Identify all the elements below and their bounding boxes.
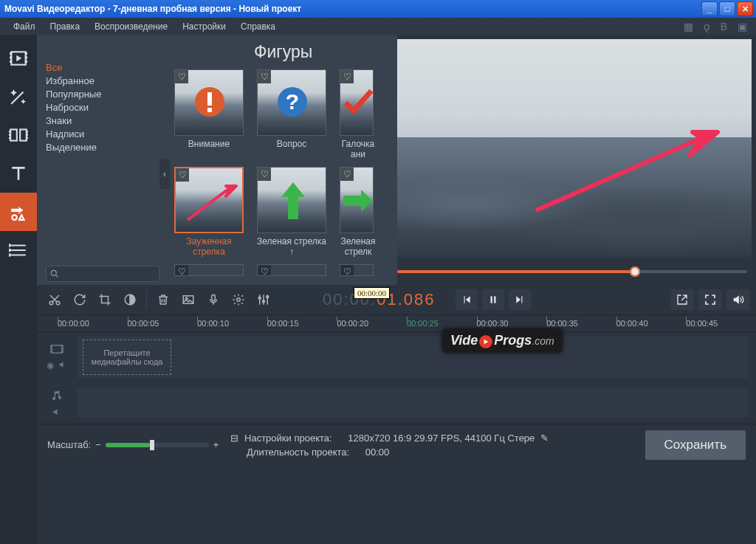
- shape-card-tapered-arrow[interactable]: ♡ Зауженная стрелка: [174, 167, 244, 258]
- shape-card-partial[interactable]: ♡: [174, 264, 244, 276]
- category-all[interactable]: Все: [46, 61, 159, 75]
- zoom-handle[interactable]: [150, 440, 154, 450]
- category-collapse-button[interactable]: ‹: [159, 159, 170, 189]
- ruler-tick: 00:00:20: [337, 319, 407, 328]
- menu-playback[interactable]: Воспроизведение: [87, 19, 175, 34]
- window-close-button[interactable]: ✕: [737, 1, 753, 16]
- svg-rect-22: [207, 108, 212, 112]
- menu-settings[interactable]: Настройки: [175, 19, 233, 34]
- track-visibility-icon[interactable]: ◉: [47, 360, 54, 371]
- rotate-button[interactable]: [68, 289, 92, 311]
- export-frame-button[interactable]: [670, 289, 694, 310]
- window-maximize-button[interactable]: □: [719, 1, 735, 16]
- track-mute-icon[interactable]: [58, 360, 67, 371]
- preview-arrow-shape: [532, 122, 724, 218]
- category-highlight[interactable]: Выделение: [46, 141, 159, 154]
- audio-track[interactable]: [37, 382, 756, 424]
- color-adjust-button[interactable]: [118, 289, 142, 311]
- favorite-icon[interactable]: ♡: [258, 265, 271, 276]
- shape-card-green-arrow-up[interactable]: ♡ Зеленая стрелка ↑: [257, 167, 326, 258]
- equalizer-button[interactable]: [252, 289, 275, 311]
- category-signs[interactable]: Знаки: [46, 114, 159, 128]
- cut-button[interactable]: [43, 289, 66, 311]
- sidebar-transitions-icon[interactable]: [0, 116, 37, 154]
- pause-button[interactable]: [482, 289, 504, 310]
- ok-icon[interactable]: ǫ: [704, 21, 710, 32]
- sidebar-titles-icon[interactable]: [0, 154, 37, 193]
- svg-point-15: [12, 215, 16, 220]
- zoom-slider[interactable]: [106, 443, 209, 447]
- ruler-tick: 00:00:45: [686, 319, 756, 328]
- favorite-icon[interactable]: ♡: [340, 70, 354, 83]
- shape-card-green-arrow-right[interactable]: ♡ Зеленая стрелк: [340, 167, 397, 258]
- prev-frame-button[interactable]: [456, 289, 478, 310]
- timeline-ruler[interactable]: 00:00:00 00:00:05 00:00:10 00:00:15 00:0…: [37, 314, 756, 332]
- track-mute-icon[interactable]: [52, 407, 61, 416]
- clip-properties-button[interactable]: [227, 289, 250, 311]
- preview-viewport[interactable]: [397, 39, 752, 257]
- fullscreen-button[interactable]: [698, 289, 722, 310]
- svg-rect-7: [10, 129, 17, 140]
- svg-rect-39: [51, 348, 52, 349]
- record-audio-button[interactable]: [202, 289, 225, 311]
- svg-point-34: [267, 296, 269, 298]
- sidebar-filters-icon[interactable]: [0, 78, 37, 116]
- timecode-display[interactable]: 00:00:01.086 00:00:00: [317, 290, 441, 310]
- next-frame-button[interactable]: [509, 289, 531, 310]
- menu-edit[interactable]: Правка: [43, 19, 88, 34]
- volume-button[interactable]: [726, 289, 750, 310]
- delete-button[interactable]: [151, 289, 175, 311]
- video-track-icon: [50, 344, 63, 354]
- menu-file[interactable]: Файл: [6, 19, 43, 34]
- project-duration-value: 00:00: [365, 447, 390, 458]
- window-minimize-button[interactable]: _: [701, 1, 718, 16]
- media-drop-zone[interactable]: Перетащите медиафайлы сюда: [83, 340, 171, 375]
- favorite-icon[interactable]: ♡: [175, 70, 188, 83]
- zoom-out-button[interactable]: −: [95, 439, 101, 450]
- image-button[interactable]: [176, 289, 200, 311]
- favorite-icon[interactable]: ♡: [340, 265, 354, 276]
- youtube-icon[interactable]: ▦: [684, 21, 693, 32]
- svg-point-32: [258, 297, 261, 299]
- timecode-tooltip: 00:00:00: [354, 287, 390, 299]
- shape-card-partial[interactable]: ♡: [340, 264, 397, 276]
- preview-seek-slider[interactable]: [397, 263, 747, 280]
- project-settings-label: Настройки проекта:: [244, 433, 332, 444]
- menubar-share-icons: ▦ ǫ B ▣: [684, 21, 756, 32]
- category-popular[interactable]: Популярные: [46, 88, 159, 101]
- svg-rect-43: [62, 351, 63, 352]
- menu-help[interactable]: Справка: [233, 19, 283, 34]
- category-sketches[interactable]: Наброски: [46, 101, 159, 114]
- favorite-icon[interactable]: ♡: [258, 70, 271, 83]
- favorite-icon[interactable]: ♡: [340, 168, 354, 181]
- category-favorites[interactable]: Избранное: [46, 75, 159, 88]
- svg-point-17: [9, 249, 11, 251]
- category-captions[interactable]: Надписи: [46, 128, 159, 141]
- edit-project-settings-button[interactable]: ✎: [540, 433, 549, 444]
- shape-card-attention[interactable]: ♡ Внимание: [174, 69, 244, 161]
- crop-button[interactable]: [93, 289, 117, 311]
- vk-icon[interactable]: B: [721, 21, 727, 32]
- camera-icon[interactable]: ▣: [738, 21, 747, 32]
- preview-panel: [397, 35, 756, 285]
- toolbar: 00:00:01.086 00:00:00: [37, 285, 756, 314]
- sidebar-more-icon[interactable]: [0, 231, 37, 269]
- zoom-in-button[interactable]: +: [213, 439, 219, 450]
- tool-sidebar: [0, 35, 37, 544]
- project-duration-label: Длительность проекта:: [247, 447, 349, 458]
- video-track[interactable]: ◉ Перетащите медиафайлы сюда: [37, 332, 756, 382]
- sidebar-shapes-icon[interactable]: [0, 193, 37, 231]
- shape-card-partial[interactable]: ♡: [257, 264, 326, 276]
- shape-card-checkmark[interactable]: ♡ Галочка ани: [340, 69, 397, 161]
- svg-rect-35: [491, 296, 492, 303]
- favorite-icon[interactable]: ♡: [258, 168, 271, 181]
- save-button[interactable]: Сохранить: [645, 430, 746, 460]
- seek-handle[interactable]: [630, 266, 640, 277]
- ruler-tick: 00:00:25: [407, 319, 477, 328]
- category-search-input[interactable]: [46, 266, 159, 282]
- favorite-icon[interactable]: ♡: [175, 265, 188, 276]
- svg-rect-9: [10, 131, 11, 133]
- sidebar-media-icon[interactable]: [0, 39, 37, 78]
- shape-card-question[interactable]: ♡ ? Вопрос: [257, 69, 326, 161]
- svg-point-31: [237, 298, 241, 302]
